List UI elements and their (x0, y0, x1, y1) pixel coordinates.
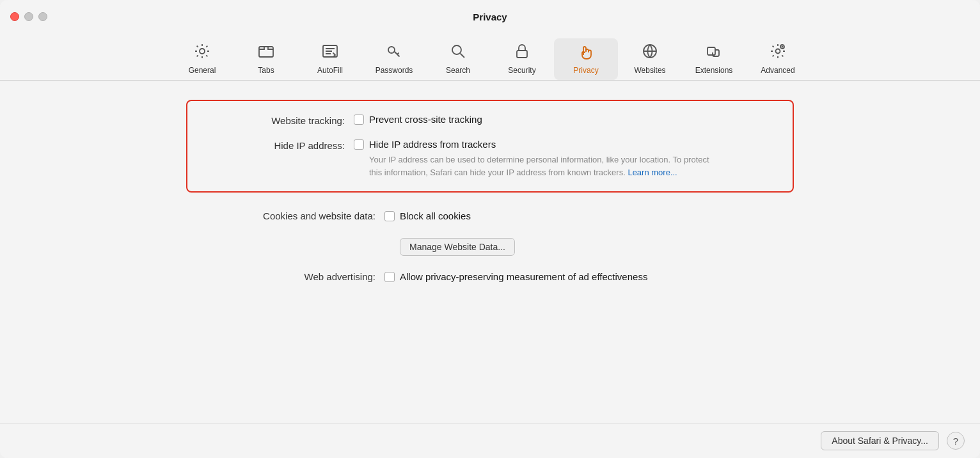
tab-autofill[interactable]: AutoFill (298, 38, 362, 80)
tab-security[interactable]: Security (490, 38, 554, 80)
help-button[interactable]: ? (947, 432, 965, 450)
tab-privacy[interactable]: Privacy (554, 38, 618, 80)
highlight-box: Website tracking: Prevent cross-site tra… (186, 100, 794, 193)
tab-websites-label: Websites (634, 66, 665, 75)
lock-icon (513, 42, 531, 63)
tab-privacy-label: Privacy (573, 66, 598, 75)
tab-security-label: Security (508, 66, 535, 75)
gear-icon (193, 42, 211, 63)
tab-advanced[interactable]: Advanced (746, 38, 810, 80)
about-safari-privacy-button[interactable]: About Safari & Privacy... (821, 431, 939, 450)
svg-point-4 (452, 45, 461, 54)
minimize-button[interactable] (24, 12, 33, 21)
cookies-row: Cookies and website data: Block all cook… (186, 210, 794, 221)
tabs-icon (257, 42, 275, 63)
svg-rect-6 (517, 51, 527, 58)
cookies-checkbox[interactable] (384, 211, 395, 221)
bottom-bar: About Safari & Privacy... ? (0, 423, 980, 458)
content: Website tracking: Prevent cross-site tra… (0, 81, 980, 423)
close-button[interactable] (10, 12, 19, 21)
website-tracking-checkbox[interactable] (354, 114, 364, 125)
hide-ip-label: Hide IP address: (207, 139, 354, 151)
web-advertising-row: Web advertising: Allow privacy-preservin… (186, 271, 794, 282)
hide-ip-control: Hide IP address from trackers Your IP ad… (354, 139, 715, 178)
svg-line-5 (461, 54, 465, 58)
hide-ip-description: Your IP address can be used to determine… (369, 154, 715, 178)
settings-section: Website tracking: Prevent cross-site tra… (186, 100, 794, 282)
tab-search[interactable]: Search (426, 38, 490, 80)
window-title: Privacy (473, 12, 507, 22)
toolbar-items: General Tabs (170, 38, 810, 80)
svg-rect-8 (707, 47, 715, 55)
titlebar: Privacy (0, 0, 980, 33)
globe-icon (641, 42, 659, 63)
svg-point-3 (388, 47, 395, 53)
tab-advanced-label: Advanced (761, 66, 794, 75)
cookies-text: Block all cookies (400, 210, 471, 221)
tab-passwords[interactable]: Passwords (362, 38, 426, 80)
website-tracking-label: Website tracking: (207, 114, 354, 126)
svg-point-9 (776, 49, 780, 54)
window: Privacy General (0, 0, 980, 458)
toolbar: General Tabs (0, 33, 980, 81)
tab-tabs[interactable]: Tabs (234, 38, 298, 80)
manage-website-data-button[interactable]: Manage Website Data... (400, 238, 515, 256)
website-tracking-control: Prevent cross-site tracking (354, 114, 482, 125)
tab-extensions-label: Extensions (695, 66, 733, 75)
search-icon (449, 42, 467, 63)
website-tracking-row: Website tracking: Prevent cross-site tra… (207, 114, 773, 126)
website-tracking-control-row: Prevent cross-site tracking (354, 114, 482, 125)
web-advertising-label: Web advertising: (186, 271, 384, 282)
learn-more-link[interactable]: Learn more... (628, 168, 677, 177)
tab-websites[interactable]: Websites (618, 38, 682, 80)
web-advertising-text: Allow privacy-preserving measurement of … (400, 271, 647, 282)
tab-general-label: General (189, 66, 216, 75)
svg-point-0 (200, 49, 205, 54)
hide-ip-row: Hide IP address: Hide IP address from tr… (207, 139, 773, 178)
website-tracking-text: Prevent cross-site tracking (369, 114, 482, 125)
maximize-button[interactable] (38, 12, 47, 21)
svg-rect-1 (259, 47, 273, 57)
extensions-icon (705, 42, 723, 63)
tab-autofill-label: AutoFill (317, 66, 343, 75)
autofill-icon (321, 42, 339, 63)
advanced-gear-icon (769, 42, 787, 63)
tab-passwords-label: Passwords (375, 66, 413, 75)
tab-tabs-label: Tabs (258, 66, 274, 75)
cookies-label: Cookies and website data: (186, 210, 384, 221)
hide-ip-control-row: Hide IP address from trackers (354, 139, 715, 150)
traffic-lights (10, 12, 47, 21)
hand-icon (577, 42, 595, 63)
tab-search-label: Search (446, 66, 470, 75)
key-icon (385, 42, 403, 63)
tab-extensions[interactable]: Extensions (682, 38, 746, 80)
hide-ip-text: Hide IP address from trackers (369, 139, 496, 150)
web-advertising-checkbox[interactable] (384, 272, 395, 282)
hide-ip-checkbox[interactable] (354, 139, 364, 150)
tab-general[interactable]: General (170, 38, 234, 80)
